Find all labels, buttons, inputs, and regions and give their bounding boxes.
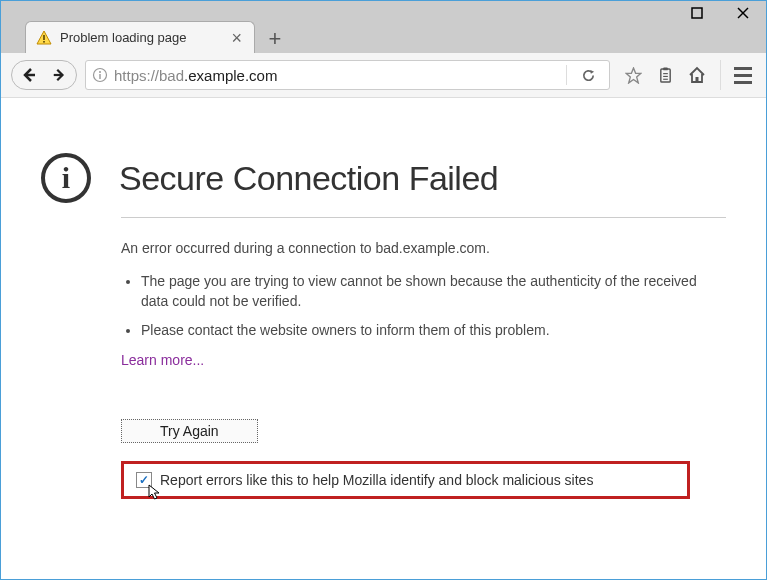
tab-title: Problem loading page <box>60 30 221 45</box>
browser-tab[interactable]: Problem loading page × <box>25 21 255 53</box>
error-bullet: Please contact the website owners to inf… <box>141 321 726 341</box>
divider <box>121 217 726 218</box>
tab-close-button[interactable]: × <box>229 29 244 47</box>
new-tab-button[interactable]: + <box>261 25 289 53</box>
svg-rect-6 <box>43 41 45 43</box>
warning-icon <box>36 30 52 46</box>
forward-button[interactable] <box>44 60 74 90</box>
svg-point-10 <box>99 71 101 73</box>
url-text[interactable]: https://bad.example.com <box>114 67 560 84</box>
info-circle-icon: i <box>41 153 91 203</box>
back-button[interactable] <box>14 60 44 90</box>
url-bar[interactable]: https://bad.example.com <box>85 60 610 90</box>
svg-rect-5 <box>43 35 45 40</box>
menu-button[interactable] <box>720 60 756 90</box>
report-error-row: ✓ Report errors like this to help Mozill… <box>121 461 690 499</box>
cursor-icon <box>148 484 162 502</box>
report-label: Report errors like this to help Mozilla … <box>160 472 593 488</box>
svg-rect-18 <box>696 77 699 82</box>
svg-marker-12 <box>590 69 594 73</box>
tab-strip: Problem loading page × + <box>25 21 289 53</box>
nav-toolbar: https://bad.example.com <box>1 53 766 98</box>
bookmark-star-icon[interactable] <box>618 60 648 90</box>
learn-more-link[interactable]: Learn more... <box>121 352 204 368</box>
error-page-content: i Secure Connection Failed An error occu… <box>1 98 766 529</box>
reload-button[interactable] <box>573 60 603 90</box>
nav-back-forward <box>11 60 77 90</box>
try-again-button[interactable]: Try Again <box>121 419 258 443</box>
minimize-button[interactable] <box>628 1 674 25</box>
svg-rect-1 <box>692 8 702 18</box>
home-icon[interactable] <box>682 60 712 90</box>
page-title: Secure Connection Failed <box>119 159 498 198</box>
error-bullet: The page you are trying to view cannot b… <box>141 272 726 311</box>
svg-rect-11 <box>99 74 100 79</box>
maximize-button[interactable] <box>674 1 720 25</box>
clipboard-icon[interactable] <box>650 60 680 90</box>
window-titlebar: Problem loading page × + <box>1 1 766 53</box>
svg-rect-14 <box>663 67 668 70</box>
error-bullets: The page you are trying to view cannot b… <box>121 272 726 341</box>
svg-rect-13 <box>660 68 669 81</box>
window-controls <box>628 1 766 25</box>
toolbar-right <box>618 60 756 90</box>
url-divider <box>566 65 567 85</box>
info-icon[interactable] <box>92 67 108 83</box>
error-intro: An error occurred during a connection to… <box>121 240 726 256</box>
close-window-button[interactable] <box>720 1 766 25</box>
